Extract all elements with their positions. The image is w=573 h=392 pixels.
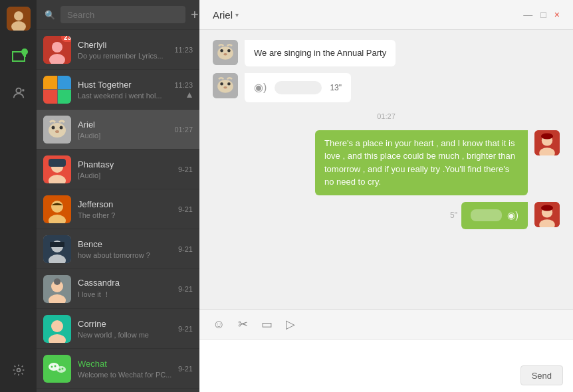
chat-messages: We are singing in the Annual Party ◉) 13…: [199, 30, 573, 309]
contact-meta-jefferson: 9-21: [174, 205, 193, 213]
svg-point-4: [16, 88, 21, 93]
contact-meta-bence: 9-21: [174, 245, 193, 253]
svg-point-36: [51, 365, 53, 367]
bubble-sent-1: There's a place in your heart , and I kn…: [315, 130, 528, 195]
contact-item-cherlyli[interactable]: 23 Cherlyli Do you remember Lyrics... 11…: [37, 30, 199, 70]
contact-time-corrine: 9-21: [178, 325, 193, 333]
emoji-button[interactable]: ☺: [213, 318, 225, 332]
svg-rect-25: [50, 242, 64, 247]
contact-name-bence: Bence: [78, 239, 174, 249]
sidebar-chat-icon[interactable]: [7, 47, 31, 71]
svg-point-38: [59, 368, 61, 370]
contact-time-jefferson: 9-21: [178, 205, 193, 213]
svg-point-20: [51, 201, 63, 213]
contact-item-hust[interactable]: Hust Together Last weekend i went hol...…: [37, 70, 199, 110]
bubble-audio-received[interactable]: ◉) 13": [245, 73, 351, 102]
scissors-button[interactable]: ✂: [238, 317, 248, 332]
sidebar-settings-icon[interactable]: [7, 358, 31, 382]
audio-wave-icon: ◉): [254, 80, 267, 96]
contact-meta-cherlyli: 11:23: [170, 46, 193, 54]
search-icon: 🔍: [45, 10, 55, 20]
chat-header-name: Ariel: [213, 9, 233, 21]
contact-time-bence: 9-21: [178, 245, 193, 253]
contact-info-phantasy: Phantasy [Audio]: [78, 159, 174, 179]
user-avatar[interactable]: [7, 7, 31, 31]
avatar-jefferson: [43, 195, 71, 223]
minimize-button[interactable]: —: [523, 9, 532, 20]
svg-point-31: [51, 320, 63, 332]
svg-point-57: [541, 205, 553, 211]
window-button[interactable]: ▭: [261, 317, 273, 332]
contact-name-jefferson: Jefferson: [78, 199, 174, 209]
svg-point-7: [52, 42, 62, 52]
maximize-button[interactable]: □: [540, 9, 546, 20]
svg-point-12: [52, 126, 55, 129]
contact-preview-wechat: Welcome to Wechat for PC...: [78, 371, 174, 379]
contact-info-cherlyli: Cherlyli Do you remember Lyrics...: [78, 40, 170, 60]
contact-info-cassandra: Cassandra I love it ！: [78, 278, 174, 300]
msg-avatar-self-1: [534, 130, 560, 155]
sidebar-icon-panel: [0, 0, 37, 392]
video-button[interactable]: ▷: [286, 317, 295, 332]
contact-info-jefferson: Jefferson The other ?: [78, 199, 174, 219]
audio-duration-received: 13": [330, 82, 342, 94]
contact-meta-ariel: 01:27: [170, 126, 193, 134]
msg-avatar-self-2: [534, 202, 560, 227]
add-contact-button[interactable]: +: [191, 7, 199, 23]
contact-item-phantasy[interactable]: Phantasy [Audio] 9-21: [37, 149, 199, 189]
contact-preview-cherlyli: Do you remember Lyrics...: [78, 52, 170, 60]
contact-item-ariel[interactable]: Ariel [Audio] 01:27: [37, 110, 199, 149]
avatar-ariel: [43, 116, 71, 144]
contact-name-hust: Hust Together: [78, 80, 170, 90]
contact-item-wechat[interactable]: Wechat Welcome to Wechat for PC... 9-21: [37, 349, 199, 389]
svg-point-48: [227, 82, 231, 86]
svg-point-1: [14, 11, 23, 21]
contact-preview-jefferson: The other ?: [78, 211, 174, 219]
contact-time-ariel: 01:27: [174, 126, 193, 134]
contact-name-cherlyli: Cherlyli: [78, 40, 170, 50]
contact-name-phantasy: Phantasy: [78, 159, 174, 169]
contact-name-ariel: Ariel: [78, 120, 170, 130]
contact-info-ariel: Ariel [Audio]: [78, 120, 170, 140]
chevron-down-icon: ▾: [235, 11, 239, 19]
hust-grid-avatar: [43, 76, 71, 104]
contact-time-phantasy: 9-21: [178, 165, 193, 173]
contact-preview-cassandra: I love it ！: [78, 290, 174, 300]
svg-point-37: [55, 365, 57, 367]
message-row-2: ◉) 13": [213, 73, 560, 102]
audio-duration-sent: 5": [450, 211, 457, 220]
contact-list: 23 Cherlyli Do you remember Lyrics... 11…: [37, 30, 199, 392]
msg-avatar-ariel-2: [213, 73, 238, 98]
send-button[interactable]: Send: [520, 365, 563, 385]
svg-rect-18: [49, 159, 66, 167]
contact-time-cherlyli: 11:23: [174, 46, 193, 54]
message-row-3: There's a place in your heart , and I kn…: [213, 130, 560, 195]
svg-marker-9: [187, 92, 192, 98]
sidebar-contacts-icon[interactable]: [7, 81, 31, 105]
contact-time-cassandra: 9-21: [178, 285, 193, 293]
contact-item-cassandra[interactable]: Cassandra I love it ！ 9-21: [37, 269, 199, 309]
contact-meta-hust: 11:23: [170, 81, 193, 98]
contact-item-corrine[interactable]: Corrine New world , follow me 9-21: [37, 309, 199, 349]
avatar-bence: [43, 235, 71, 263]
search-input[interactable]: [60, 6, 185, 23]
bubble-audio-sent[interactable]: ◉): [461, 202, 528, 229]
sidebar-bottom: [7, 358, 31, 382]
badge-cherlyli: 23: [61, 36, 71, 42]
svg-point-42: [220, 49, 223, 52]
svg-point-14: [55, 130, 59, 133]
svg-point-44: [223, 53, 227, 56]
contact-panel: 🔍 + 23 Cherlyli Do you remember Lyrics..…: [37, 0, 199, 392]
contact-item-bence[interactable]: Bence how about tomorrow ? 9-21: [37, 229, 199, 269]
message-input[interactable]: [209, 345, 514, 385]
contact-item-jefferson[interactable]: Jefferson The other ? 9-21: [37, 189, 199, 229]
svg-point-47: [220, 82, 223, 86]
bubble-received-1: We are singing in the Annual Party: [245, 40, 396, 66]
svg-point-13: [60, 126, 63, 129]
contact-name-corrine: Corrine: [78, 319, 174, 329]
chat-panel: Ariel ▾ — □ × We are sing: [199, 0, 573, 392]
close-button[interactable]: ×: [554, 9, 560, 20]
svg-point-29: [54, 278, 60, 285]
avatar-phantasy: [43, 155, 71, 183]
timestamp-center: 01:27: [213, 112, 560, 120]
